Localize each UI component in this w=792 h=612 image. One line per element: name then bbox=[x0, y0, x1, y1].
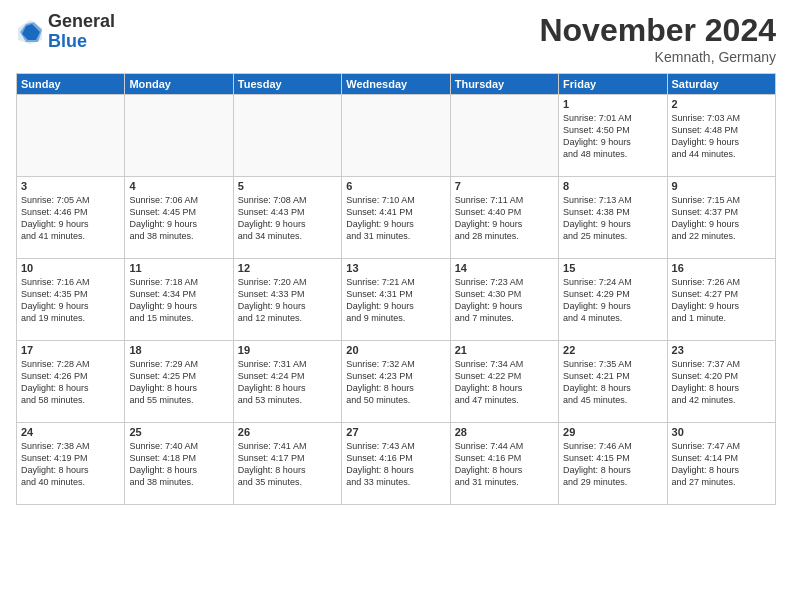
day-info: Sunrise: 7:06 AM Sunset: 4:45 PM Dayligh… bbox=[129, 194, 228, 243]
calendar-cell: 29Sunrise: 7:46 AM Sunset: 4:15 PM Dayli… bbox=[559, 423, 667, 505]
day-info: Sunrise: 7:38 AM Sunset: 4:19 PM Dayligh… bbox=[21, 440, 120, 489]
calendar-cell: 28Sunrise: 7:44 AM Sunset: 4:16 PM Dayli… bbox=[450, 423, 558, 505]
day-number: 10 bbox=[21, 262, 120, 274]
day-info: Sunrise: 7:05 AM Sunset: 4:46 PM Dayligh… bbox=[21, 194, 120, 243]
day-number: 8 bbox=[563, 180, 662, 192]
day-info: Sunrise: 7:20 AM Sunset: 4:33 PM Dayligh… bbox=[238, 276, 337, 325]
day-number: 11 bbox=[129, 262, 228, 274]
calendar-cell: 10Sunrise: 7:16 AM Sunset: 4:35 PM Dayli… bbox=[17, 259, 125, 341]
day-info: Sunrise: 7:28 AM Sunset: 4:26 PM Dayligh… bbox=[21, 358, 120, 407]
day-number: 2 bbox=[672, 98, 771, 110]
day-number: 24 bbox=[21, 426, 120, 438]
calendar-week-4: 17Sunrise: 7:28 AM Sunset: 4:26 PM Dayli… bbox=[17, 341, 776, 423]
day-info: Sunrise: 7:15 AM Sunset: 4:37 PM Dayligh… bbox=[672, 194, 771, 243]
calendar-cell: 17Sunrise: 7:28 AM Sunset: 4:26 PM Dayli… bbox=[17, 341, 125, 423]
day-number: 21 bbox=[455, 344, 554, 356]
day-number: 27 bbox=[346, 426, 445, 438]
title-block: November 2024 Kemnath, Germany bbox=[539, 12, 776, 65]
calendar-cell: 15Sunrise: 7:24 AM Sunset: 4:29 PM Dayli… bbox=[559, 259, 667, 341]
col-tuesday: Tuesday bbox=[233, 74, 341, 95]
logo: General Blue bbox=[16, 12, 115, 52]
day-info: Sunrise: 7:10 AM Sunset: 4:41 PM Dayligh… bbox=[346, 194, 445, 243]
day-number: 3 bbox=[21, 180, 120, 192]
day-number: 17 bbox=[21, 344, 120, 356]
calendar-week-2: 3Sunrise: 7:05 AM Sunset: 4:46 PM Daylig… bbox=[17, 177, 776, 259]
day-number: 7 bbox=[455, 180, 554, 192]
calendar-cell: 18Sunrise: 7:29 AM Sunset: 4:25 PM Dayli… bbox=[125, 341, 233, 423]
day-number: 9 bbox=[672, 180, 771, 192]
calendar-header-row: Sunday Monday Tuesday Wednesday Thursday… bbox=[17, 74, 776, 95]
day-info: Sunrise: 7:21 AM Sunset: 4:31 PM Dayligh… bbox=[346, 276, 445, 325]
day-number: 15 bbox=[563, 262, 662, 274]
calendar-cell: 20Sunrise: 7:32 AM Sunset: 4:23 PM Dayli… bbox=[342, 341, 450, 423]
day-info: Sunrise: 7:29 AM Sunset: 4:25 PM Dayligh… bbox=[129, 358, 228, 407]
day-number: 14 bbox=[455, 262, 554, 274]
day-number: 26 bbox=[238, 426, 337, 438]
calendar-cell: 24Sunrise: 7:38 AM Sunset: 4:19 PM Dayli… bbox=[17, 423, 125, 505]
calendar-cell bbox=[17, 95, 125, 177]
calendar-cell: 16Sunrise: 7:26 AM Sunset: 4:27 PM Dayli… bbox=[667, 259, 775, 341]
col-thursday: Thursday bbox=[450, 74, 558, 95]
day-info: Sunrise: 7:01 AM Sunset: 4:50 PM Dayligh… bbox=[563, 112, 662, 161]
header: General Blue November 2024 Kemnath, Germ… bbox=[16, 12, 776, 65]
calendar-cell: 27Sunrise: 7:43 AM Sunset: 4:16 PM Dayli… bbox=[342, 423, 450, 505]
calendar-cell: 2Sunrise: 7:03 AM Sunset: 4:48 PM Daylig… bbox=[667, 95, 775, 177]
calendar-cell bbox=[450, 95, 558, 177]
calendar-week-1: 1Sunrise: 7:01 AM Sunset: 4:50 PM Daylig… bbox=[17, 95, 776, 177]
day-info: Sunrise: 7:35 AM Sunset: 4:21 PM Dayligh… bbox=[563, 358, 662, 407]
calendar-cell: 23Sunrise: 7:37 AM Sunset: 4:20 PM Dayli… bbox=[667, 341, 775, 423]
day-number: 23 bbox=[672, 344, 771, 356]
calendar-cell: 13Sunrise: 7:21 AM Sunset: 4:31 PM Dayli… bbox=[342, 259, 450, 341]
calendar-cell: 30Sunrise: 7:47 AM Sunset: 4:14 PM Dayli… bbox=[667, 423, 775, 505]
calendar-cell: 19Sunrise: 7:31 AM Sunset: 4:24 PM Dayli… bbox=[233, 341, 341, 423]
calendar-cell: 22Sunrise: 7:35 AM Sunset: 4:21 PM Dayli… bbox=[559, 341, 667, 423]
day-info: Sunrise: 7:24 AM Sunset: 4:29 PM Dayligh… bbox=[563, 276, 662, 325]
day-info: Sunrise: 7:41 AM Sunset: 4:17 PM Dayligh… bbox=[238, 440, 337, 489]
day-number: 22 bbox=[563, 344, 662, 356]
day-info: Sunrise: 7:43 AM Sunset: 4:16 PM Dayligh… bbox=[346, 440, 445, 489]
logo-blue-text: Blue bbox=[48, 32, 115, 52]
calendar-cell: 1Sunrise: 7:01 AM Sunset: 4:50 PM Daylig… bbox=[559, 95, 667, 177]
day-number: 29 bbox=[563, 426, 662, 438]
calendar-cell: 8Sunrise: 7:13 AM Sunset: 4:38 PM Daylig… bbox=[559, 177, 667, 259]
calendar-cell: 4Sunrise: 7:06 AM Sunset: 4:45 PM Daylig… bbox=[125, 177, 233, 259]
day-info: Sunrise: 7:13 AM Sunset: 4:38 PM Dayligh… bbox=[563, 194, 662, 243]
day-info: Sunrise: 7:37 AM Sunset: 4:20 PM Dayligh… bbox=[672, 358, 771, 407]
day-number: 18 bbox=[129, 344, 228, 356]
calendar-cell: 5Sunrise: 7:08 AM Sunset: 4:43 PM Daylig… bbox=[233, 177, 341, 259]
day-info: Sunrise: 7:18 AM Sunset: 4:34 PM Dayligh… bbox=[129, 276, 228, 325]
day-info: Sunrise: 7:26 AM Sunset: 4:27 PM Dayligh… bbox=[672, 276, 771, 325]
day-info: Sunrise: 7:31 AM Sunset: 4:24 PM Dayligh… bbox=[238, 358, 337, 407]
calendar-cell bbox=[125, 95, 233, 177]
col-sunday: Sunday bbox=[17, 74, 125, 95]
day-info: Sunrise: 7:11 AM Sunset: 4:40 PM Dayligh… bbox=[455, 194, 554, 243]
location: Kemnath, Germany bbox=[539, 49, 776, 65]
calendar-cell: 3Sunrise: 7:05 AM Sunset: 4:46 PM Daylig… bbox=[17, 177, 125, 259]
calendar-cell bbox=[342, 95, 450, 177]
month-title: November 2024 bbox=[539, 12, 776, 49]
day-number: 19 bbox=[238, 344, 337, 356]
day-number: 6 bbox=[346, 180, 445, 192]
col-friday: Friday bbox=[559, 74, 667, 95]
calendar-cell bbox=[233, 95, 341, 177]
day-number: 30 bbox=[672, 426, 771, 438]
day-info: Sunrise: 7:40 AM Sunset: 4:18 PM Dayligh… bbox=[129, 440, 228, 489]
day-info: Sunrise: 7:46 AM Sunset: 4:15 PM Dayligh… bbox=[563, 440, 662, 489]
calendar-cell: 26Sunrise: 7:41 AM Sunset: 4:17 PM Dayli… bbox=[233, 423, 341, 505]
col-monday: Monday bbox=[125, 74, 233, 95]
day-number: 5 bbox=[238, 180, 337, 192]
calendar-week-5: 24Sunrise: 7:38 AM Sunset: 4:19 PM Dayli… bbox=[17, 423, 776, 505]
logo-general-text: General bbox=[48, 12, 115, 32]
calendar-cell: 14Sunrise: 7:23 AM Sunset: 4:30 PM Dayli… bbox=[450, 259, 558, 341]
day-number: 12 bbox=[238, 262, 337, 274]
calendar-table: Sunday Monday Tuesday Wednesday Thursday… bbox=[16, 73, 776, 505]
day-info: Sunrise: 7:16 AM Sunset: 4:35 PM Dayligh… bbox=[21, 276, 120, 325]
day-number: 16 bbox=[672, 262, 771, 274]
calendar-cell: 11Sunrise: 7:18 AM Sunset: 4:34 PM Dayli… bbox=[125, 259, 233, 341]
day-info: Sunrise: 7:34 AM Sunset: 4:22 PM Dayligh… bbox=[455, 358, 554, 407]
day-info: Sunrise: 7:47 AM Sunset: 4:14 PM Dayligh… bbox=[672, 440, 771, 489]
day-info: Sunrise: 7:23 AM Sunset: 4:30 PM Dayligh… bbox=[455, 276, 554, 325]
calendar-cell: 25Sunrise: 7:40 AM Sunset: 4:18 PM Dayli… bbox=[125, 423, 233, 505]
calendar-cell: 12Sunrise: 7:20 AM Sunset: 4:33 PM Dayli… bbox=[233, 259, 341, 341]
day-info: Sunrise: 7:03 AM Sunset: 4:48 PM Dayligh… bbox=[672, 112, 771, 161]
